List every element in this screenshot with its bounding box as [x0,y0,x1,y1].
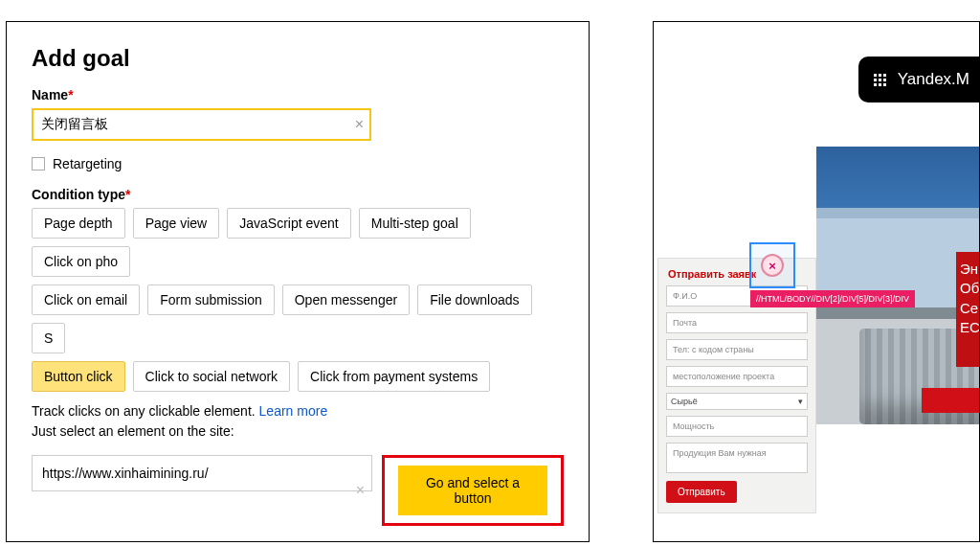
retargeting-row[interactable]: Retargeting [32,156,564,171]
power-field[interactable]: Мощность [666,416,808,437]
go-select-button[interactable]: Go and select a button [398,466,547,515]
retargeting-label: Retargeting [53,156,122,171]
condition-option[interactable]: JavaScript event [227,208,351,239]
url-row: × Go and select a button [32,455,564,526]
site-url-input[interactable] [32,455,372,491]
retargeting-checkbox[interactable] [32,157,45,171]
condition-option[interactable]: Multi-step goal [359,208,471,239]
required-marker: * [125,187,130,202]
name-input[interactable] [32,108,371,141]
go-highlight-box: Go and select a button [382,455,564,526]
condition-option[interactable]: Click from payment systems [298,361,490,392]
condition-type-label: Condition type* [32,187,564,202]
yandex-overlay-pill[interactable]: Yandex.M [858,57,980,102]
required-marker: * [68,87,73,102]
condition-row: Button clickClick to social networkClick… [32,361,564,392]
element-selection-box[interactable]: × [749,242,795,288]
apps-grid-icon [874,74,886,86]
clear-icon[interactable]: × [355,116,364,133]
chevron-down-icon: ▾ [798,397,803,406]
tel-field[interactable]: Тел: с кодом страны [666,339,808,360]
red-side-banner: Эн Об Се ЕС [956,252,980,367]
condition-option[interactable]: Form submission [147,284,275,315]
condition-option[interactable]: Page view [133,208,220,239]
red-rail [922,388,980,413]
close-icon[interactable]: × [761,254,784,277]
email-field[interactable]: Почта [666,312,808,333]
site-preview-panel: Yandex.M Эн Об Се ЕС Отправить заявк Ф.И… [653,21,980,542]
name-input-wrap: × [32,108,371,141]
location-field[interactable]: местоположение проекта [666,366,808,387]
condition-option[interactable]: S [32,323,65,353]
clear-icon[interactable]: × [356,482,365,499]
material-select[interactable]: Сырьё ▾ [666,393,808,410]
condition-row: Page depthPage viewJavaScript eventMulti… [32,208,564,277]
condition-row: Click on emailForm submissionOpen messen… [32,284,564,353]
condition-option[interactable]: Click on pho [32,246,130,277]
help-text: Track clicks on any clickable element. L… [32,401,564,442]
add-goal-dialog: Add goal Name* × Retargeting Condition t… [6,21,590,542]
yandex-label: Yandex.M [898,70,969,89]
condition-option[interactable]: Button click [32,361,125,392]
xpath-tooltip: //HTML/BODY//DIV[2]/DIV[5]/DIV[3]/DIV [750,290,915,307]
url-input-wrap: × [32,455,372,526]
dialog-title: Add goal [32,45,564,72]
condition-option[interactable]: Open messenger [282,284,410,315]
condition-option[interactable]: Page depth [32,208,125,239]
condition-option[interactable]: File downloads [417,284,531,315]
form-submit-button[interactable]: Отправить [666,481,737,503]
product-textarea[interactable]: Продукция Вам нужная [666,443,808,473]
condition-option[interactable]: Click on email [32,284,140,315]
condition-option[interactable]: Click to social network [133,361,291,392]
name-label: Name* [32,87,564,102]
learn-more-link[interactable]: Learn more [259,403,328,419]
